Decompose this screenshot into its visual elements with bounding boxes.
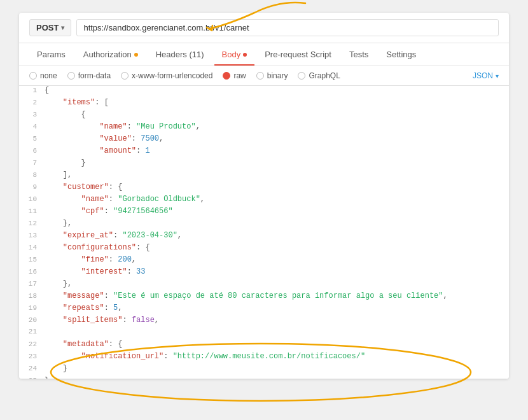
- radio-urlencoded: [121, 72, 129, 80]
- body-type-graphql[interactable]: GraphQL: [298, 71, 340, 80]
- body-type-none[interactable]: none: [29, 71, 57, 80]
- json-format-selector[interactable]: JSON ▾: [473, 71, 499, 80]
- tab-params-label: Params: [37, 50, 66, 59]
- code-line: 4 "name": "Meu Produto",: [19, 122, 509, 134]
- radio-graphql: [298, 72, 305, 80]
- body-type-none-label: none: [40, 71, 57, 80]
- tab-prerequest-label: Pre-request Script: [265, 50, 331, 59]
- body-type-raw-label: raw: [233, 71, 246, 80]
- code-line: 8 ],: [19, 171, 509, 183]
- radio-none: [29, 72, 37, 80]
- code-line: 2 "items": [: [19, 98, 509, 110]
- code-line: 23 "notification_url": "htttp://www.meus…: [19, 352, 509, 364]
- body-types-row: none form-data x-www-form-urlencoded raw…: [19, 66, 509, 86]
- code-line: 12 },: [19, 219, 509, 231]
- code-line: 13 "expire_at": "2023-04-30",: [19, 231, 509, 243]
- radio-binary: [256, 72, 264, 80]
- code-line: 24 }: [19, 364, 509, 376]
- tab-tests[interactable]: Tests: [342, 43, 376, 66]
- code-line: 20 "split_items": false,: [19, 316, 509, 328]
- code-line: 25 }: [19, 376, 509, 379]
- code-line: 18 "message": "Este é um espaço de até 8…: [19, 291, 509, 304]
- code-line: 6 "amount": 1: [19, 146, 509, 158]
- main-panel: POST ▾ Params Authorization Headers (11)…: [19, 13, 509, 379]
- method-chevron: ▾: [61, 24, 64, 31]
- tab-settings[interactable]: Settings: [379, 43, 424, 66]
- tabs-row: Params Authorization Headers (11) Body P…: [19, 43, 509, 66]
- tab-body-label: Body: [222, 50, 241, 59]
- authorization-dot: [134, 53, 138, 57]
- body-type-binary[interactable]: binary: [256, 71, 288, 80]
- body-dot: [243, 53, 247, 57]
- code-line: 9 "customer": {: [19, 183, 509, 195]
- tab-body[interactable]: Body: [214, 43, 255, 66]
- code-line: 16 "interest": 33: [19, 267, 509, 279]
- body-type-raw[interactable]: raw: [223, 71, 246, 80]
- tab-tests-label: Tests: [349, 50, 368, 59]
- code-line: 15 "fine": 200,: [19, 255, 509, 267]
- code-line: 1 {: [19, 86, 509, 98]
- tab-settings-label: Settings: [386, 50, 416, 59]
- body-type-formdata[interactable]: form-data: [67, 71, 111, 80]
- tab-prerequest[interactable]: Pre-request Script: [257, 43, 339, 66]
- code-line: 21: [19, 328, 509, 340]
- method-label: POST: [36, 23, 59, 32]
- code-line: 11 "cpf": "94271564656": [19, 207, 509, 219]
- code-line: 3 {: [19, 110, 509, 122]
- radio-formdata: [67, 72, 75, 80]
- tab-authorization-label: Authorization: [83, 50, 132, 59]
- body-type-graphql-label: GraphQL: [309, 71, 340, 80]
- url-input[interactable]: [76, 19, 499, 36]
- json-format-label: JSON: [473, 71, 493, 80]
- body-type-urlencoded-label: x-www-form-urlencoded: [132, 71, 212, 80]
- body-type-urlencoded[interactable]: x-www-form-urlencoded: [121, 71, 212, 80]
- method-selector[interactable]: POST ▾: [29, 19, 71, 36]
- tab-params[interactable]: Params: [29, 43, 73, 66]
- body-type-binary-label: binary: [267, 71, 288, 80]
- tab-headers[interactable]: Headers (11): [148, 43, 212, 66]
- code-line: 22 "metadata": {: [19, 340, 509, 352]
- code-editor[interactable]: 1 { 2 "items": [ 3 { 4 "name": "Meu Prod…: [19, 86, 509, 379]
- url-bar: POST ▾: [19, 13, 509, 43]
- code-line: 7 }: [19, 158, 509, 171]
- tab-headers-label: Headers (11): [156, 50, 204, 59]
- code-line: 17 },: [19, 279, 509, 291]
- body-type-formdata-label: form-data: [78, 71, 111, 80]
- code-line: 14 "configurations": {: [19, 243, 509, 255]
- code-line: 5 "value": 7500,: [19, 134, 509, 146]
- code-line: 19 "repeats": 5,: [19, 304, 509, 316]
- radio-raw: [223, 72, 230, 80]
- tab-authorization[interactable]: Authorization: [76, 43, 146, 66]
- json-chevron: ▾: [496, 73, 499, 80]
- code-line: 10 "name": "Gorbadoc Oldbuck",: [19, 195, 509, 207]
